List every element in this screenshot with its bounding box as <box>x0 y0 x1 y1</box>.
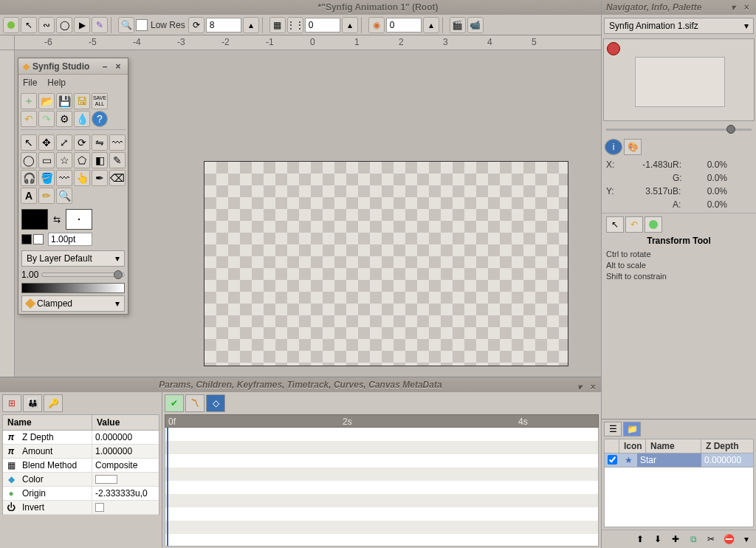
menu-file[interactable]: File <box>23 78 37 88</box>
info-tab-icon[interactable]: i <box>605 139 622 155</box>
mini-fg-swatch[interactable] <box>21 234 32 244</box>
mirror-tool-icon[interactable]: ⇋ <box>92 134 108 151</box>
new-file-icon[interactable]: ＋ <box>21 93 37 109</box>
gradient-preview[interactable] <box>21 283 125 293</box>
background-color[interactable] <box>66 209 92 230</box>
layer-new-icon[interactable]: ✚ <box>668 532 683 546</box>
eyedrop-tool-icon[interactable]: 👆 <box>74 170 90 186</box>
palette-tab-icon[interactable]: 🎨 <box>624 139 642 155</box>
minimize-icon[interactable]: – <box>100 61 110 72</box>
undo2-icon[interactable]: ↶ <box>625 216 643 233</box>
rect-tool-icon[interactable]: ▭ <box>38 152 55 168</box>
curves-tab-icon[interactable]: 〽 <box>185 394 205 412</box>
transform-tool-icon[interactable]: ↖ <box>21 134 37 151</box>
stepper2-icon[interactable]: ▴ <box>342 17 358 33</box>
snap-icon[interactable]: ⋮⋮ <box>287 17 303 33</box>
record-icon[interactable] <box>3 17 19 33</box>
eraser-tool-icon[interactable]: ⌫ <box>109 170 126 186</box>
timeline-tracks[interactable] <box>165 428 599 547</box>
param-row[interactable]: πZ Depth0.000000 <box>3 431 159 445</box>
brush-tool-icon[interactable]: 〰 <box>56 170 72 186</box>
polygon-tool-icon[interactable]: ⬠ <box>74 152 90 168</box>
smooth-tool-icon[interactable]: 〰 <box>109 134 126 151</box>
toolbox-titlebar[interactable]: ◆ Synfig Studio – × <box>18 58 128 75</box>
zoom-in-icon[interactable]: 🔍 <box>118 17 134 33</box>
panel-close-icon[interactable]: × <box>741 2 752 13</box>
help-icon[interactable]: ? <box>92 111 108 127</box>
layer-group-icon[interactable]: ⧉ <box>686 532 701 546</box>
keyframes-tab-icon[interactable]: 🔑 <box>44 394 63 412</box>
save-as-icon[interactable]: 🖫 <box>74 93 90 109</box>
panel-close-icon[interactable]: × <box>588 380 598 390</box>
navigator-panel-title[interactable]: Navigator, Info, Palette ▾ × <box>602 0 756 15</box>
param-row[interactable]: ▦Blend MethodComposite <box>3 459 159 473</box>
zoom-tool-icon[interactable]: 🔍 <box>56 188 72 204</box>
foreground-color[interactable] <box>21 209 48 230</box>
refresh-icon[interactable]: ⟳ <box>188 17 205 33</box>
drop-icon[interactable]: 💧 <box>74 111 90 127</box>
menu-help[interactable]: Help <box>47 78 66 88</box>
stepper3-icon[interactable]: ▴ <box>423 17 439 33</box>
param-row[interactable]: ●Origin-2.333333u,0 <box>3 487 159 501</box>
fill-tool-icon[interactable]: 🪣 <box>38 170 55 186</box>
layers-tab-icon[interactable]: ☰ <box>604 422 622 436</box>
layer-delete-icon[interactable]: ⛔ <box>721 532 736 546</box>
folder-tab-icon[interactable]: 📁 <box>623 422 641 436</box>
circle-tool-icon[interactable]: ◯ <box>21 152 37 168</box>
layer-row[interactable]: ★ Star 0.000000 <box>604 453 754 467</box>
accept-icon[interactable] <box>645 216 662 233</box>
circle-outline-icon[interactable]: ◯ <box>56 17 72 33</box>
layer-down-icon[interactable]: ⬇ <box>650 532 665 546</box>
frame-input-1[interactable] <box>305 18 340 32</box>
bottom-panel-title[interactable]: Params, Children, Keyframes, Timetrack, … <box>0 377 601 392</box>
layer-menu-icon[interactable]: ▾ <box>739 532 754 546</box>
spline-tool-icon[interactable]: ✎ <box>109 152 126 168</box>
move-tool-icon[interactable]: ✥ <box>38 134 55 151</box>
layer-name[interactable]: Star <box>637 453 701 467</box>
params-tab-icon[interactable]: ⊞ <box>2 394 21 412</box>
navigator-preview[interactable] <box>603 38 755 121</box>
panel-menu-icon[interactable]: ▾ <box>574 380 585 390</box>
blend-mode-dropdown[interactable]: By Layer Default ▾ <box>21 250 125 267</box>
frame-input-2[interactable] <box>386 18 422 32</box>
pencil-tool-icon[interactable]: ✏ <box>38 188 55 204</box>
color-swatch[interactable] <box>95 475 117 484</box>
lowres-checkbox[interactable] <box>136 19 148 31</box>
layer-cut-icon[interactable]: ✂ <box>704 532 718 546</box>
gradient-tool-icon[interactable]: ◧ <box>92 152 108 168</box>
metadata-tab-icon[interactable]: ◇ <box>206 394 225 412</box>
onion-icon[interactable]: ◉ <box>368 17 385 33</box>
open-file-icon[interactable]: 📂 <box>38 93 55 109</box>
pen-tool-icon[interactable]: ✒ <box>92 170 108 186</box>
grid-icon[interactable]: ▦ <box>269 17 286 33</box>
pointer-icon[interactable]: ↖ <box>21 17 37 33</box>
children-tab-icon[interactable]: 👪 <box>23 394 42 412</box>
save-icon[interactable]: 💾 <box>56 93 72 109</box>
save-all-button[interactable]: SAVE ALL <box>92 93 108 109</box>
param-row[interactable]: ◆Color <box>3 473 159 487</box>
param-row[interactable]: πAmount1.000000 <box>3 445 159 459</box>
camera-icon[interactable]: 📹 <box>467 17 484 33</box>
stroke-width-input[interactable] <box>48 233 92 246</box>
timetrack-tab-icon[interactable]: ✔ <box>165 394 184 412</box>
document-tab[interactable]: Synfig Animation 1.sifz ▾ <box>604 18 754 34</box>
render-icon[interactable]: 🎬 <box>450 17 466 33</box>
time-cursor[interactable] <box>167 428 168 546</box>
redo-icon[interactable]: ↷ <box>38 111 55 127</box>
select-icon[interactable]: ▶ <box>74 17 90 33</box>
star-tool-icon[interactable]: ☆ <box>56 152 72 168</box>
text-tool-icon[interactable]: A <box>21 188 37 204</box>
opacity-slider[interactable] <box>41 273 125 277</box>
panel-menu-icon[interactable]: ▾ <box>728 2 738 13</box>
quality-input[interactable] <box>206 18 241 32</box>
layer-up-icon[interactable]: ⬆ <box>633 532 647 546</box>
scale-tool-icon[interactable]: ⤢ <box>56 134 72 151</box>
pointer2-icon[interactable]: ↖ <box>606 216 624 233</box>
clamp-dropdown[interactable]: Clamped ▾ <box>21 295 125 312</box>
bone-tool-icon[interactable]: 🎧 <box>21 170 37 186</box>
rotate-tool-icon[interactable]: ⟳ <box>74 134 90 151</box>
time-ruler[interactable]: 0f 2s 4s <box>165 414 599 428</box>
layer-visible-checkbox[interactable] <box>608 455 617 465</box>
layers-body[interactable] <box>604 467 754 528</box>
bucket-icon[interactable]: ✎ <box>92 17 108 33</box>
